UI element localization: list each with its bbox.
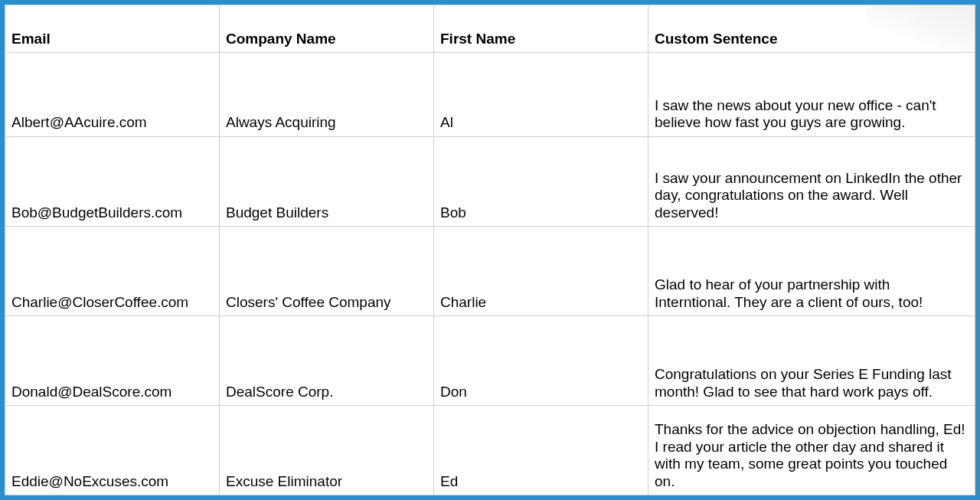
cell-first[interactable]: Bob xyxy=(434,136,648,226)
cell-custom[interactable]: I saw your announcement on LinkedIn the … xyxy=(648,136,975,226)
header-row: Email Company Name First Name Custom Sen… xyxy=(5,5,975,53)
cell-custom[interactable]: Glad to hear of your partnership with In… xyxy=(648,226,975,315)
table-row: Eddie@NoExcuses.com Excuse Eliminator Ed… xyxy=(5,405,975,495)
cell-email[interactable]: Donald@DealScore.com xyxy=(5,315,220,405)
spreadsheet-frame: Email Company Name First Name Custom Sen… xyxy=(0,0,980,500)
cell-email[interactable]: Eddie@NoExcuses.com xyxy=(5,405,220,495)
header-first[interactable]: First Name xyxy=(434,5,648,53)
table-row: Bob@BudgetBuilders.com Budget Builders B… xyxy=(5,136,975,226)
cell-company[interactable]: Excuse Eliminator xyxy=(220,405,434,495)
cell-first[interactable]: Ed xyxy=(434,405,648,495)
cell-company[interactable]: Closers' Coffee Company xyxy=(220,226,434,315)
cell-email[interactable]: Charlie@CloserCoffee.com xyxy=(5,226,220,315)
header-custom[interactable]: Custom Sentence xyxy=(648,5,975,53)
cell-custom[interactable]: Congratulations on your Series E Funding… xyxy=(648,315,975,405)
table-row: Charlie@CloserCoffee.com Closers' Coffee… xyxy=(5,226,975,315)
cell-company[interactable]: Budget Builders xyxy=(220,136,434,226)
cell-first[interactable]: Al xyxy=(434,53,648,137)
data-table: Email Company Name First Name Custom Sen… xyxy=(5,5,975,495)
table-row: Donald@DealScore.com DealScore Corp. Don… xyxy=(5,315,975,405)
header-email[interactable]: Email xyxy=(5,5,220,53)
cell-email[interactable]: Albert@AAcuire.com xyxy=(5,53,220,137)
cell-company[interactable]: Always Acquiring xyxy=(220,53,434,137)
header-company[interactable]: Company Name xyxy=(220,5,434,53)
cell-email[interactable]: Bob@BudgetBuilders.com xyxy=(5,136,220,226)
cell-custom[interactable]: Thanks for the advice on objection handl… xyxy=(648,405,975,495)
cell-custom[interactable]: I saw the news about your new office - c… xyxy=(648,53,975,137)
cell-company[interactable]: DealScore Corp. xyxy=(220,315,434,405)
cell-first[interactable]: Don xyxy=(434,315,648,405)
table-row: Albert@AAcuire.com Always Acquiring Al I… xyxy=(5,53,975,137)
cell-first[interactable]: Charlie xyxy=(434,226,648,315)
